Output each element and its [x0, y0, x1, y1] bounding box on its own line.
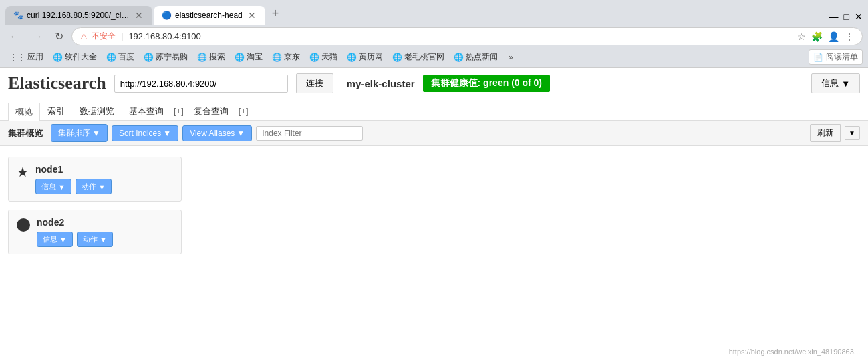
- index-filter-input[interactable]: [256, 126, 363, 141]
- tab-basic-query[interactable]: 基本查询: [122, 102, 171, 120]
- es-url-input[interactable]: [114, 75, 288, 93]
- node1-action-button[interactable]: 动作 ▼: [76, 179, 112, 194]
- refresh-button[interactable]: ↻: [51, 27, 67, 45]
- node2-action-arrow: ▼: [100, 236, 107, 244]
- node2-circle-icon: [17, 218, 30, 232]
- tab1-close[interactable]: ✕: [134, 10, 144, 21]
- tab-complex-query[interactable]: 复合查询: [186, 102, 236, 120]
- close-icon[interactable]: ✕: [855, 11, 863, 22]
- node1-star-icon: ★: [17, 164, 29, 180]
- toolbar-label: 集群概览: [8, 127, 43, 139]
- toolbar: 集群概览 集群排序 ▼ Sort Indices ▼ View Aliases …: [0, 121, 868, 146]
- globe-icon-10: 🌐: [454, 53, 464, 62]
- security-warning-icon: ⚠: [80, 32, 88, 41]
- tab-data-browse[interactable]: 数据浏览: [72, 102, 122, 120]
- browser-chrome: 🐾 curl 192.168.80.5:9200/_cluste ✕ 🔵 ela…: [0, 0, 868, 67]
- node2-info-label: 信息: [43, 234, 57, 244]
- extensions-icon[interactable]: 🧩: [811, 31, 823, 42]
- bookmark-taobao-label: 淘宝: [247, 51, 263, 63]
- node1-name: node1: [35, 164, 173, 175]
- back-button[interactable]: ←: [5, 28, 24, 45]
- security-warning-text: 不安全: [92, 31, 116, 42]
- browser-tab-1[interactable]: 🐾 curl 192.168.80.5:9200/_cluste ✕: [5, 6, 152, 25]
- minimize-icon[interactable]: —: [829, 11, 839, 22]
- globe-icon-8: 🌐: [347, 53, 357, 62]
- globe-icon-1: 🌐: [53, 53, 63, 62]
- node2-info-button[interactable]: 信息 ▼: [37, 232, 73, 247]
- bookmark-huangli-label: 黄历网: [359, 51, 383, 63]
- tab2-title: elasticsearch-head: [175, 11, 243, 20]
- bookmark-taobao[interactable]: 🌐 淘宝: [231, 50, 267, 64]
- bookmark-maotao-label: 老毛桃官网: [404, 51, 444, 63]
- menu-icon[interactable]: ⋮: [845, 31, 854, 42]
- node2-info: node2 信息 ▼ 动作 ▼: [37, 217, 173, 247]
- globe-icon-5: 🌐: [235, 53, 245, 62]
- node1-action-label: 动作: [82, 182, 96, 192]
- forward-button[interactable]: →: [28, 28, 47, 45]
- connect-button[interactable]: 连接: [296, 73, 333, 93]
- maximize-icon[interactable]: □: [844, 11, 849, 22]
- bookmark-tianmao[interactable]: 🌐 天猫: [305, 50, 341, 64]
- bookmark-apps-label: 应用: [27, 51, 43, 63]
- browser-tab-2[interactable]: 🔵 elasticsearch-head ✕: [154, 6, 265, 25]
- node1-action-arrow: ▼: [98, 183, 106, 191]
- es-header: Elasticsearch 连接 my-elk-cluster 集群健康值: g…: [0, 68, 868, 99]
- bookmark-apps[interactable]: ⋮⋮ 应用: [5, 50, 47, 64]
- node1-actions: 信息 ▼ 动作 ▼: [35, 179, 173, 194]
- sort-indices-label: Sort Indices: [119, 129, 161, 138]
- info-btn-label: 信息: [821, 77, 839, 89]
- health-badge: 集群健康值: green (0 of 0): [423, 75, 550, 92]
- node1-info-button[interactable]: 信息 ▼: [35, 179, 71, 194]
- node2-actions: 信息 ▼ 动作 ▼: [37, 232, 173, 247]
- node-card-2: node2 信息 ▼ 动作 ▼: [8, 210, 182, 254]
- tab-complex-plus[interactable]: [+]: [236, 103, 251, 119]
- bookmarks-more-button[interactable]: »: [506, 51, 516, 63]
- tab-indices[interactable]: 索引: [40, 102, 72, 120]
- bookmark-huangli[interactable]: 🌐 黄历网: [343, 50, 387, 64]
- bookmark-search-label: 搜索: [209, 51, 225, 63]
- sort-indices-arrow: ▼: [163, 129, 171, 138]
- view-aliases-button[interactable]: View Aliases ▼: [182, 125, 252, 141]
- bookmark-suning[interactable]: 🌐 苏宁易购: [140, 50, 192, 64]
- read-mode-button[interactable]: 📄 阅读清单: [809, 49, 863, 65]
- bookmark-maotao[interactable]: 🌐 老毛桃官网: [388, 50, 448, 64]
- bookmark-baidu-label: 百度: [118, 51, 134, 63]
- tab-bar: 🐾 curl 192.168.80.5:9200/_cluste ✕ 🔵 ela…: [0, 0, 868, 25]
- app-content: Elasticsearch 连接 my-elk-cluster 集群健康值: g…: [0, 67, 868, 273]
- sort-indices-button[interactable]: Sort Indices ▼: [112, 125, 178, 141]
- view-aliases-label: View Aliases: [190, 129, 235, 138]
- tab1-title: curl 192.168.80.5:9200/_cluste: [27, 11, 130, 20]
- node2-name: node2: [37, 217, 173, 228]
- globe-icon-6: 🌐: [272, 53, 282, 62]
- read-mode-icon: 📄: [813, 53, 823, 62]
- node1-info-label: 信息: [41, 182, 56, 192]
- bookmark-software[interactable]: 🌐 软件大全: [49, 50, 101, 64]
- bookmark-star-icon[interactable]: ☆: [797, 31, 806, 42]
- es-logo: Elasticsearch: [8, 73, 106, 93]
- globe-icon-7: 🌐: [309, 53, 319, 62]
- tab-overview[interactable]: 概览: [8, 103, 40, 121]
- cluster-sort-label: 集群排序: [58, 127, 90, 139]
- info-button[interactable]: 信息 ▼: [811, 73, 860, 93]
- tab-basic-plus[interactable]: [+]: [171, 103, 186, 119]
- tab2-close[interactable]: ✕: [247, 10, 257, 21]
- tab1-favicon: 🐾: [13, 11, 23, 20]
- refresh-button[interactable]: 刷新: [810, 124, 841, 142]
- bookmark-search[interactable]: 🌐 搜索: [193, 50, 229, 64]
- tab2-favicon: 🔵: [162, 11, 171, 20]
- new-tab-button[interactable]: +: [267, 4, 285, 23]
- info-btn-arrow: ▼: [841, 79, 850, 89]
- refresh-dropdown-button[interactable]: ▼: [845, 126, 860, 140]
- address-text: 192.168.80.4:9100: [128, 31, 200, 41]
- cluster-sort-button[interactable]: 集群排序 ▼: [51, 124, 108, 142]
- node2-action-label: 动作: [83, 234, 98, 244]
- node-card-1: ★ node1 信息 ▼ 动作 ▼: [8, 157, 182, 202]
- node2-action-button[interactable]: 动作 ▼: [77, 232, 113, 247]
- bookmark-jd[interactable]: 🌐 京东: [268, 50, 304, 64]
- profile-icon[interactable]: 👤: [828, 31, 839, 42]
- address-bar[interactable]: ⚠ 不安全 | 192.168.80.4:9100 ☆ 🧩 👤 ⋮: [71, 27, 863, 45]
- read-mode-label: 阅读清单: [826, 51, 858, 63]
- nav-tabs: 概览 索引 数据浏览 基本查询 [+] 复合查询 [+]: [0, 99, 868, 121]
- bookmark-news[interactable]: 🌐 热点新闻: [450, 50, 502, 64]
- bookmark-baidu[interactable]: 🌐 百度: [102, 50, 138, 64]
